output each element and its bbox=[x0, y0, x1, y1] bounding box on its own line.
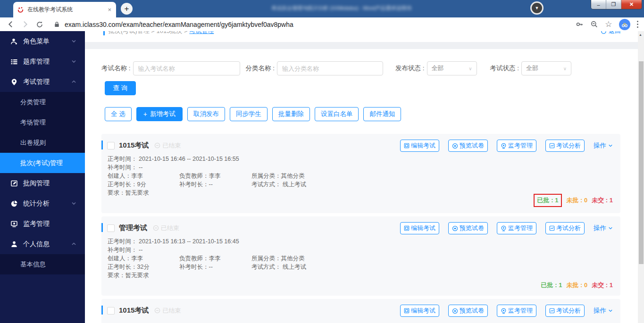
exam-name-input[interactable] bbox=[133, 61, 240, 75]
browser-window: 在线教学考试系统 × + 考试后台管理与统计分析 (XXMobdss) - Wo… bbox=[0, 0, 644, 323]
sidebar: 角色菜单 题库管理 考试管理 分类管理 考场管理 出卷规则 批次(考试)管理 bbox=[0, 31, 85, 323]
batch-delete-button[interactable]: 批量删除 bbox=[272, 107, 310, 121]
sidebar-item-personal-info[interactable]: 个人信息 bbox=[0, 234, 85, 254]
sidebar-item-review-management[interactable]: 批阅管理 bbox=[0, 173, 85, 193]
page-content: 角色菜单 题库管理 考试管理 分类管理 考场管理 出卷规则 批次(考试)管理 bbox=[0, 31, 644, 323]
eye-icon bbox=[452, 225, 458, 232]
url-text[interactable]: exam.iclass30.com/exam/teacher/examManag… bbox=[65, 21, 293, 28]
scrollbar-thumb[interactable] bbox=[639, 61, 644, 264]
exam-status-label: 考试状态 : bbox=[490, 64, 519, 73]
new-tab-button[interactable]: + bbox=[121, 3, 133, 15]
edit-exam-icon bbox=[404, 225, 410, 231]
preview-paper-button[interactable]: 预览试卷 bbox=[448, 305, 488, 317]
missing-stat: 未交 : 1 bbox=[592, 281, 613, 290]
browser-menu-icon[interactable] bbox=[637, 21, 639, 28]
breadcrumb: 批次(考试)管理 > 1015批次 > 考试管理 bbox=[109, 31, 214, 35]
sidebar-item-paper-rules[interactable]: 出卷规则 bbox=[0, 133, 85, 153]
key-icon[interactable] bbox=[576, 20, 584, 28]
search-button[interactable]: 查 询 bbox=[105, 81, 136, 95]
more-actions-link[interactable]: 操作 bbox=[594, 306, 613, 315]
filter-row: 考试名称 : 分类名称 : 发布状态 : 全部 ∨ 考试状态 : 全部 ∨ bbox=[101, 61, 620, 75]
proctor-manage-button[interactable]: 监考管理 bbox=[497, 140, 536, 152]
preview-paper-button[interactable]: 预览试卷 bbox=[448, 222, 488, 234]
card-checkbox[interactable] bbox=[107, 142, 115, 149]
cancel-publish-button[interactable]: 取消发布 bbox=[187, 107, 225, 121]
whitelist-button[interactable]: 设置白名单 bbox=[315, 107, 359, 121]
sidebar-item-statistics[interactable]: 统计分析 bbox=[0, 193, 85, 214]
sidebar-subitem-label: 分类管理 bbox=[20, 98, 46, 107]
sidebar-item-basic-info[interactable]: 基本信息 bbox=[0, 254, 85, 274]
mail-notify-button[interactable]: 邮件通知 bbox=[363, 107, 401, 121]
card-details: 正考时间： 2021-10-15 16:46 -- 2021-10-15 16:… bbox=[101, 150, 620, 197]
site-favicon bbox=[17, 6, 24, 13]
browser-tab[interactable]: 在线教学考试系统 × bbox=[13, 2, 116, 17]
minimize-button[interactable]: – bbox=[591, 0, 606, 9]
breadcrumb-current[interactable]: 考试管理 bbox=[189, 31, 214, 34]
close-button[interactable]: ✕ bbox=[621, 0, 642, 9]
card-checkbox[interactable] bbox=[107, 307, 115, 315]
lock-icon[interactable] bbox=[54, 21, 60, 28]
tab-close-icon[interactable]: × bbox=[107, 6, 112, 14]
person-icon bbox=[10, 240, 18, 248]
profile-avatar[interactable] bbox=[619, 19, 630, 30]
sidebar-item-batch-exam-management[interactable]: 批次(考试)管理 bbox=[0, 153, 85, 173]
scroll-up-icon[interactable]: ▲ bbox=[639, 33, 642, 36]
teacher: 负责教师：李李 bbox=[179, 172, 251, 180]
sidebar-item-question-bank[interactable]: 题库管理 bbox=[0, 51, 85, 72]
category-name-label: 分类名称 : bbox=[246, 64, 275, 73]
back-icon[interactable] bbox=[7, 20, 15, 28]
exam-analysis-button[interactable]: 考试分析 bbox=[545, 305, 585, 317]
more-actions-link[interactable]: 操作 bbox=[594, 224, 613, 232]
webcam-icon bbox=[501, 225, 507, 232]
sidebar-item-proctor-management[interactable]: 监考管理 bbox=[0, 214, 85, 234]
forward-icon[interactable] bbox=[21, 20, 29, 28]
eye-icon bbox=[452, 308, 458, 314]
review-edit-icon bbox=[10, 180, 18, 187]
button-label: 监考管理 bbox=[508, 306, 533, 315]
card-checkbox[interactable] bbox=[107, 224, 115, 232]
refresh-icon[interactable] bbox=[36, 21, 43, 28]
proctor-manage-button[interactable]: 监考管理 bbox=[497, 305, 536, 317]
exam-analysis-button[interactable]: 考试分析 bbox=[545, 222, 585, 234]
sidebar-item-category-management[interactable]: 分类管理 bbox=[0, 92, 85, 112]
sidebar-item-examroom-management[interactable]: 考场管理 bbox=[0, 112, 85, 133]
back-link[interactable]: 返回 bbox=[601, 31, 621, 35]
preview-paper-button[interactable]: 预览试卷 bbox=[448, 140, 488, 152]
publish-status-value: 全部 bbox=[432, 64, 444, 73]
sidebar-item-exam-management[interactable]: 考试管理 bbox=[0, 72, 85, 92]
add-exam-button[interactable]: + 新增考试 bbox=[136, 107, 183, 121]
maximize-button[interactable]: ❐ bbox=[606, 0, 621, 9]
graded-stat-highlighted: 已批 : 1 bbox=[534, 194, 562, 207]
edit-exam-button[interactable]: 编辑考试 bbox=[400, 305, 439, 317]
card-status: 已结束 bbox=[154, 306, 181, 315]
select-all-button[interactable]: 全 选 bbox=[105, 107, 132, 121]
page-scrollbar[interactable]: ▲ bbox=[638, 31, 644, 323]
publish-status-select[interactable]: 全部 ∨ bbox=[427, 61, 477, 75]
more-actions-link[interactable]: 操作 bbox=[594, 141, 613, 150]
ended-circle-icon bbox=[153, 225, 159, 231]
proctor-manage-button[interactable]: 监考管理 bbox=[497, 222, 536, 234]
sync-students-button[interactable]: 同步学生 bbox=[230, 107, 268, 121]
button-label: 预览试卷 bbox=[460, 224, 484, 232]
eye-icon bbox=[452, 143, 458, 149]
category-name-input[interactable] bbox=[277, 61, 383, 75]
category: 所属分类：其他分类 bbox=[251, 172, 613, 180]
titlebar-profile-button[interactable]: ▼ bbox=[530, 1, 544, 15]
exam-card: 1015考试 已结束 编辑考试 预览试卷 监考管理 考试分析 操作 bbox=[101, 299, 620, 323]
bookmark-star-icon[interactable]: ☆ bbox=[605, 20, 612, 28]
urlbar-actions: ☆ bbox=[576, 19, 638, 30]
edit-exam-button[interactable]: 编辑考试 bbox=[400, 140, 439, 152]
ungraded-stat: 未批 : 0 bbox=[566, 196, 587, 205]
card-status: 已结束 bbox=[153, 224, 179, 232]
chevron-down-icon: ▼ bbox=[532, 3, 542, 13]
sidebar-item-role-menu[interactable]: 角色菜单 bbox=[0, 31, 85, 51]
edit-exam-button[interactable]: 编辑考试 bbox=[400, 222, 439, 234]
exam-status-select[interactable]: 全部 ∨ bbox=[521, 61, 571, 75]
card-header: 1015考试 已结束 编辑考试 预览试卷 监考管理 考试分析 操作 bbox=[101, 299, 620, 315]
exam-analysis-button[interactable]: 考试分析 bbox=[545, 140, 585, 152]
sidebar-item-label: 角色菜单 bbox=[23, 37, 71, 46]
sidebar-subitem-label: 考场管理 bbox=[20, 118, 46, 127]
card-title: 1015考试 bbox=[119, 306, 149, 315]
zoom-out-icon[interactable] bbox=[590, 20, 598, 28]
sidebar-item-label: 考试管理 bbox=[23, 78, 71, 86]
